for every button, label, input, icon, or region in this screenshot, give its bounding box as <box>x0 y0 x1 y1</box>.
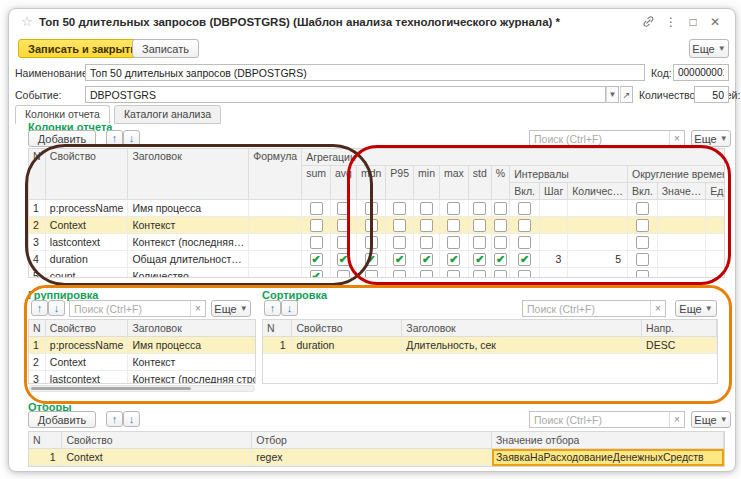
clear-search-icon[interactable]: × <box>669 412 684 427</box>
checkbox[interactable] <box>420 219 433 232</box>
table-cell[interactable] <box>468 217 491 234</box>
table-cell[interactable] <box>628 234 658 251</box>
checkbox[interactable]: ✔ <box>310 253 323 266</box>
checkbox[interactable] <box>636 219 649 232</box>
table-cell[interactable] <box>491 268 509 279</box>
scrollbar-thumb[interactable] <box>31 387 191 390</box>
checkbox[interactable]: ✔ <box>420 253 433 266</box>
table-cell[interactable]: 4 <box>29 251 45 268</box>
table-cell[interactable] <box>249 234 302 251</box>
grouping-more-button[interactable]: Еще▼ <box>211 300 251 317</box>
table-row[interactable]: 3lastcontextКонтекст (последняя… <box>29 234 725 251</box>
table-cell[interactable] <box>568 268 628 279</box>
table-cell[interactable]: ✔ <box>510 251 540 268</box>
table-cell[interactable] <box>539 200 567 217</box>
table-cell[interactable] <box>657 234 706 251</box>
table-cell[interactable] <box>510 200 540 217</box>
columns-move-up-button[interactable]: ↑ <box>106 130 123 146</box>
table-cell[interactable] <box>386 217 414 234</box>
checkbox[interactable] <box>393 219 406 232</box>
table-cell[interactable] <box>249 251 302 268</box>
table-cell[interactable]: duration <box>45 251 128 268</box>
clear-search-icon[interactable]: × <box>669 131 684 146</box>
table-cell[interactable] <box>414 268 440 279</box>
table-cell[interactable]: p:processName <box>45 337 128 354</box>
toolbar-more-button[interactable]: Еще▼ <box>689 39 729 58</box>
checkbox[interactable] <box>636 253 649 266</box>
table-cell[interactable] <box>568 217 628 234</box>
table-cell[interactable]: Общая длительност… <box>128 251 249 268</box>
table-cell[interactable] <box>510 217 540 234</box>
table-cell[interactable] <box>439 268 468 279</box>
table-cell[interactable] <box>628 268 658 279</box>
filters-add-button[interactable]: Добавить <box>28 411 96 428</box>
checkbox[interactable] <box>420 236 433 249</box>
table-cell[interactable] <box>657 217 706 234</box>
table-cell[interactable] <box>356 268 385 279</box>
table-cell[interactable]: ✔ <box>356 251 385 268</box>
table-cell[interactable]: ✔ <box>302 251 331 268</box>
table-cell[interactable]: count <box>45 268 128 279</box>
event-input[interactable] <box>85 86 606 103</box>
table-cell[interactable]: duration <box>292 337 402 354</box>
table-cell[interactable] <box>414 234 440 251</box>
table-cell[interactable]: lastcontext <box>45 234 128 251</box>
table-cell[interactable]: Контекст <box>128 217 249 234</box>
checkbox[interactable] <box>365 270 378 278</box>
checkbox[interactable] <box>494 236 507 249</box>
checkbox[interactable] <box>447 270 460 278</box>
table-cell[interactable]: ✔ <box>414 251 440 268</box>
sorting-search-input[interactable] <box>523 301 650 316</box>
checkbox[interactable] <box>365 202 378 215</box>
checkbox[interactable] <box>518 236 531 249</box>
table-cell[interactable] <box>568 234 628 251</box>
checkbox[interactable] <box>337 202 350 215</box>
table-cell[interactable] <box>386 234 414 251</box>
filters-more-button[interactable]: Еще▼ <box>691 411 731 428</box>
table-cell[interactable]: 3 <box>29 371 45 385</box>
table-cell[interactable] <box>414 217 440 234</box>
columns-search-input[interactable] <box>530 131 669 146</box>
table-cell[interactable] <box>249 200 302 217</box>
table-cell[interactable] <box>356 234 385 251</box>
table-cell[interactable] <box>539 268 567 279</box>
table-cell[interactable]: Context <box>62 449 252 466</box>
checkbox[interactable]: ✔ <box>393 253 406 266</box>
table-cell[interactable] <box>330 217 356 234</box>
table-cell[interactable] <box>706 234 725 251</box>
table-cell[interactable]: ✔ <box>468 251 491 268</box>
checkbox[interactable]: ✔ <box>494 253 507 266</box>
checkbox[interactable] <box>393 202 406 215</box>
checkbox[interactable] <box>636 202 649 215</box>
table-cell[interactable]: 1 <box>29 449 62 466</box>
more-menu-icon[interactable]: ⋮ <box>663 15 679 29</box>
name-input[interactable] <box>85 64 645 81</box>
record-count-input[interactable] <box>694 86 729 103</box>
table-cell[interactable] <box>330 200 356 217</box>
table-cell[interactable] <box>539 217 567 234</box>
table-cell[interactable]: DESC <box>642 337 717 354</box>
table-row[interactable]: 4durationОбщая длительност…✔✔✔✔✔✔✔✔✔35 <box>29 251 725 268</box>
checkbox[interactable] <box>447 236 460 249</box>
checkbox[interactable] <box>365 236 378 249</box>
close-icon[interactable]: ✕ <box>707 15 723 29</box>
checkbox[interactable] <box>310 219 323 232</box>
table-cell[interactable] <box>706 251 725 268</box>
checkbox[interactable] <box>473 270 486 278</box>
table-cell[interactable] <box>302 200 331 217</box>
table-cell[interactable] <box>356 200 385 217</box>
checkbox[interactable] <box>337 219 350 232</box>
checkbox[interactable]: ✔ <box>310 270 323 278</box>
grouping-move-up-button[interactable]: ↑ <box>31 300 48 316</box>
table-cell[interactable]: lastcontext <box>45 371 128 385</box>
sorting-more-button[interactable]: Еще▼ <box>675 300 717 317</box>
table-cell[interactable] <box>386 200 414 217</box>
checkbox[interactable] <box>310 202 323 215</box>
sorting-move-up-button[interactable]: ↑ <box>264 300 281 316</box>
table-cell[interactable] <box>386 268 414 279</box>
table-cell[interactable]: 3 <box>539 251 567 268</box>
table-cell[interactable] <box>706 268 725 279</box>
event-open-button[interactable]: ↗ <box>620 86 633 103</box>
table-cell[interactable] <box>510 234 540 251</box>
table-row[interactable]: 2ContextКонтекст <box>29 354 256 371</box>
